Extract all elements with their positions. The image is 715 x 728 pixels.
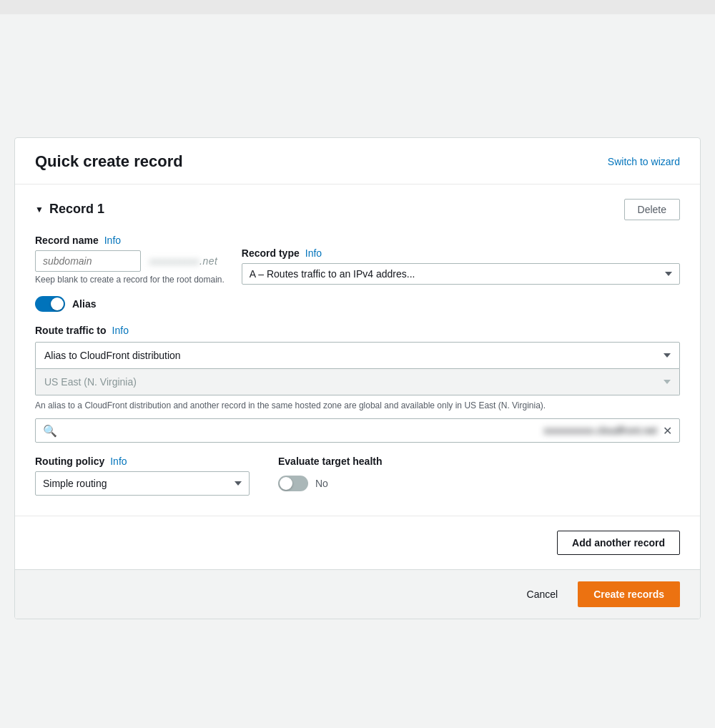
outer-container: Quick create record Switch to wizard ▼ R… bbox=[0, 14, 715, 728]
alias-toggle[interactable] bbox=[35, 296, 65, 312]
modal-header: Quick create record Switch to wizard bbox=[15, 138, 700, 185]
cloudfront-value: xxxxxxxxxx.cloudfront.net bbox=[543, 425, 657, 436]
routing-policy-select[interactable]: Simple routing Weighted Geolocation Fail… bbox=[35, 471, 250, 496]
route-traffic-section: Route traffic to Info Alias to CloudFron… bbox=[35, 325, 680, 443]
cloudfront-search-row: 🔍 xxxxxxxxxx.cloudfront.net ✕ bbox=[35, 418, 680, 443]
collapse-icon: ▼ bbox=[35, 205, 44, 215]
route-destination-wrapper: Alias to CloudFront distribution Alias t… bbox=[35, 342, 680, 395]
record-name-info-link[interactable]: Info bbox=[104, 235, 121, 246]
record-type-info-link[interactable]: Info bbox=[305, 247, 322, 259]
eval-health-slider bbox=[278, 476, 308, 491]
routing-health-row: Routing policy Info Simple routing Weigh… bbox=[35, 456, 680, 496]
record-title-row: ▼ Record 1 bbox=[35, 202, 104, 217]
alias-slider bbox=[35, 296, 65, 312]
domain-suffix: xxxxxxxxxx.net bbox=[147, 255, 217, 267]
domain-suffix-blur: xxxxxxxxxx bbox=[149, 256, 199, 267]
route-traffic-label: Route traffic to bbox=[35, 325, 107, 336]
routing-policy-label: Routing policy bbox=[35, 456, 104, 467]
routing-policy-info-link[interactable]: Info bbox=[110, 456, 127, 467]
record-name-input-row: xxxxxxxxxx.net bbox=[35, 250, 225, 272]
evaluate-health-group: Evaluate target health No bbox=[278, 456, 680, 491]
create-records-button[interactable]: Create records bbox=[578, 581, 680, 607]
evaluate-health-label: Evaluate target health bbox=[278, 456, 383, 467]
record-type-group: Record type Info A – Routes traffic to a… bbox=[242, 247, 680, 285]
modal-title: Quick create record bbox=[35, 152, 183, 171]
evaluate-health-label-row: Evaluate target health bbox=[278, 456, 680, 467]
keep-blank-hint: Keep blank to create a record for the ro… bbox=[35, 275, 225, 285]
eval-health-no-label: No bbox=[315, 478, 328, 489]
routing-policy-label-row: Routing policy Info bbox=[35, 456, 250, 467]
add-record-section: Add another record bbox=[15, 516, 700, 569]
global-note: An alias to a CloudFront distribution an… bbox=[35, 400, 680, 412]
record-type-label: Record type bbox=[242, 247, 300, 259]
modal-footer: Cancel Create records bbox=[15, 569, 700, 619]
modal: Quick create record Switch to wizard ▼ R… bbox=[14, 137, 701, 620]
route-traffic-info-link[interactable]: Info bbox=[112, 325, 129, 336]
record-name-input[interactable] bbox=[35, 250, 141, 272]
record-name-group: Record name Info xxxxxxxxxx.net Keep bla… bbox=[35, 235, 225, 285]
route-region-select[interactable]: US East (N. Virginia) bbox=[35, 369, 680, 395]
record-name-label: Record name bbox=[35, 235, 99, 246]
record-name-label-row: Record name Info bbox=[35, 235, 225, 246]
routing-policy-group: Routing policy Info Simple routing Weigh… bbox=[35, 456, 250, 496]
record-type-select[interactable]: A – Routes traffic to an IPv4 addres... … bbox=[242, 263, 680, 285]
record-type-label-row: Record type Info bbox=[242, 247, 680, 259]
cancel-button[interactable]: Cancel bbox=[516, 583, 570, 606]
cloudfront-input[interactable] bbox=[63, 419, 543, 442]
eval-toggle-row: No bbox=[278, 476, 680, 491]
record-name-type-row: Record name Info xxxxxxxxxx.net Keep bla… bbox=[35, 235, 680, 285]
delete-button[interactable]: Delete bbox=[624, 199, 680, 220]
search-icon: 🔍 bbox=[43, 424, 57, 438]
eval-health-toggle[interactable] bbox=[278, 476, 308, 491]
switch-to-wizard-link[interactable]: Switch to wizard bbox=[608, 156, 680, 167]
clear-icon[interactable]: ✕ bbox=[663, 424, 672, 438]
add-another-record-button[interactable]: Add another record bbox=[557, 531, 680, 555]
route-destination-select[interactable]: Alias to CloudFront distribution Alias t… bbox=[35, 342, 680, 369]
record-title: Record 1 bbox=[49, 202, 104, 217]
record-section: ▼ Record 1 Delete Record name Info xxxxx… bbox=[15, 185, 700, 517]
record-header: ▼ Record 1 Delete bbox=[35, 199, 680, 220]
alias-row: Alias bbox=[35, 296, 680, 312]
alias-label: Alias bbox=[72, 298, 96, 310]
route-traffic-label-row: Route traffic to Info bbox=[35, 325, 680, 336]
